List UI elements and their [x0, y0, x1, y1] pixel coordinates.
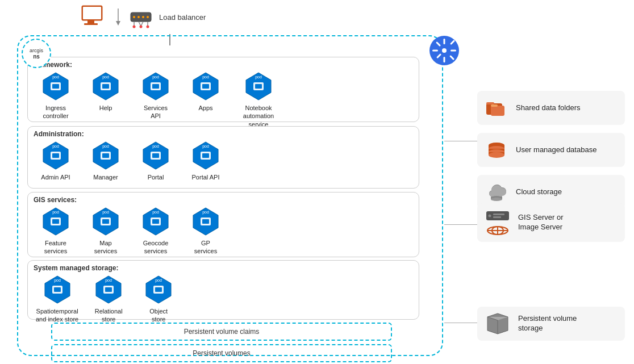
- svg-rect-59: [152, 153, 159, 158]
- gis-services-label: GIS services:: [28, 193, 419, 204]
- diagram-container: Load balancer arcgis ns: [0, 0, 634, 364]
- pod-spatiotemporal: pod Spatiotemporaland index store: [36, 274, 78, 324]
- cloud-storage-label: Cloud storage: [516, 187, 562, 197]
- pod-portal: pod Portal: [136, 140, 176, 181]
- svg-rect-22: [432, 50, 438, 52]
- pod-portal-label: Portal: [148, 173, 164, 181]
- pod-ingress-controller-label: Ingresscontroller: [43, 104, 68, 120]
- svg-rect-1: [83, 7, 101, 19]
- framework-label: Framework:: [28, 57, 419, 69]
- shared-data-folders-icon: [485, 97, 508, 119]
- pod-spatiotemporal-label: Spatiotemporaland index store: [36, 307, 78, 324]
- svg-rect-2: [87, 20, 94, 23]
- svg-rect-39: [152, 84, 159, 89]
- svg-text:pod: pod: [105, 278, 112, 283]
- svg-rect-109: [493, 216, 501, 218]
- arcgis-ns-badge: arcgis ns: [22, 39, 51, 68]
- gis-services-section: GIS services: pod Featureservices: [27, 192, 419, 257]
- pod-gp-services-label: GPservices: [194, 239, 217, 256]
- persistent-volume-storage-icon: [485, 312, 510, 335]
- gis-server-bottom-icon: [485, 225, 510, 236]
- svg-point-16: [140, 26, 143, 28]
- pod-admin-api-label: Admin API: [41, 173, 70, 181]
- svg-rect-108: [493, 214, 504, 215]
- pod-apps: pod Apps: [186, 71, 226, 112]
- shared-data-folders-item: Shared data folders: [477, 91, 625, 125]
- right-connector-top: [444, 141, 478, 142]
- administration-section: Administration: pod Admin API: [27, 126, 419, 189]
- arrow-down-icon: [114, 9, 123, 26]
- svg-text:pod: pod: [152, 75, 159, 80]
- svg-text:pod: pod: [202, 210, 209, 215]
- pv-label: Persistent volumes: [193, 349, 250, 357]
- svg-rect-51: [52, 153, 59, 158]
- svg-rect-43: [202, 84, 209, 89]
- pod-apps-label: Apps: [198, 104, 212, 112]
- svg-point-15: [133, 26, 136, 28]
- pod-portal-api: pod Portal API: [186, 140, 226, 181]
- pod-geocode-services: pod Geocodeservices: [136, 206, 176, 256]
- pod-feature-services-label: Featureservices: [44, 239, 67, 256]
- pod-manager: pod Manager: [86, 140, 126, 181]
- svg-rect-95: [491, 104, 498, 107]
- right-panel-middle: GIS Server orImage Server: [477, 203, 625, 242]
- pod-services-api: pod ServicesAPI: [136, 71, 176, 120]
- svg-rect-94: [491, 106, 504, 116]
- svg-text:pod: pod: [54, 278, 61, 283]
- svg-text:pod: pod: [155, 278, 162, 283]
- svg-point-8: [137, 16, 140, 18]
- pod-object-store-label: Objectstore: [149, 307, 168, 324]
- svg-rect-75: [152, 219, 159, 224]
- pod-relational-store: pod Relationalstore: [89, 274, 128, 324]
- load-balancer-label: Load balancer: [159, 13, 206, 22]
- system-storage-section: System managed storage: pod Spatiotempor…: [27, 260, 419, 320]
- svg-text:pod: pod: [52, 210, 59, 215]
- svg-point-19: [442, 48, 447, 53]
- gis-server-label: GIS Server orImage Server: [518, 213, 563, 232]
- computer-icon: [80, 5, 108, 30]
- ns-label: ns: [33, 53, 40, 60]
- svg-text:pod: pod: [52, 75, 59, 80]
- svg-text:pod: pod: [255, 75, 262, 80]
- svg-rect-31: [52, 84, 59, 89]
- pod-help: pod Help: [86, 71, 126, 112]
- pod-object-store: pod Objectstore: [139, 274, 178, 324]
- svg-point-7: [133, 16, 135, 18]
- svg-text:pod: pod: [202, 75, 209, 80]
- persistent-volume-storage-label: Persistent volumestorage: [518, 314, 577, 333]
- svg-text:pod: pod: [102, 210, 109, 215]
- pod-map-services: pod Mapservices: [86, 206, 126, 256]
- arcgis-text: arcgis: [30, 48, 43, 53]
- right-connector-bottom: [444, 224, 478, 225]
- pod-services-api-label: ServicesAPI: [144, 104, 168, 120]
- svg-text:pod: pod: [152, 210, 159, 215]
- svg-marker-5: [116, 21, 120, 26]
- user-managed-database-label: User managed database: [516, 145, 597, 155]
- gis-server-top-icon: [485, 209, 510, 223]
- svg-point-105: [491, 198, 502, 201]
- kubernetes-icon: [429, 35, 460, 66]
- pod-ingress-controller: pod Ingresscontroller: [36, 71, 76, 120]
- svg-rect-21: [444, 57, 445, 62]
- svg-rect-93: [486, 102, 494, 104]
- persistent-volumes-box: Persistent volumes: [51, 344, 392, 362]
- pod-geocode-services-label: Geocodeservices: [143, 239, 169, 256]
- svg-rect-3: [84, 23, 98, 25]
- system-storage-pods-row: pod Spatiotemporaland index store pod: [28, 272, 419, 326]
- svg-rect-87: [105, 287, 112, 292]
- svg-text:pod: pod: [102, 144, 109, 149]
- svg-text:pod: pod: [52, 144, 59, 149]
- svg-rect-71: [102, 219, 109, 224]
- svg-point-9: [142, 16, 144, 18]
- framework-section: Framework: pod Ingresscontroller: [27, 57, 419, 122]
- right-panel-top: Shared data folders User managed databas…: [477, 91, 625, 209]
- pod-help-label: Help: [99, 104, 112, 112]
- system-storage-label: System managed storage:: [28, 261, 419, 272]
- pod-notebook-label: Notebookautomation service: [236, 104, 281, 128]
- pod-portal-api-label: Portal API: [192, 173, 220, 181]
- framework-pods-row: pod Ingresscontroller pod: [28, 69, 419, 131]
- svg-text:pod: pod: [202, 144, 209, 149]
- svg-rect-55: [102, 153, 109, 158]
- pod-gp-services: pod GPservices: [186, 206, 226, 256]
- user-managed-database-item: User managed database: [477, 133, 625, 167]
